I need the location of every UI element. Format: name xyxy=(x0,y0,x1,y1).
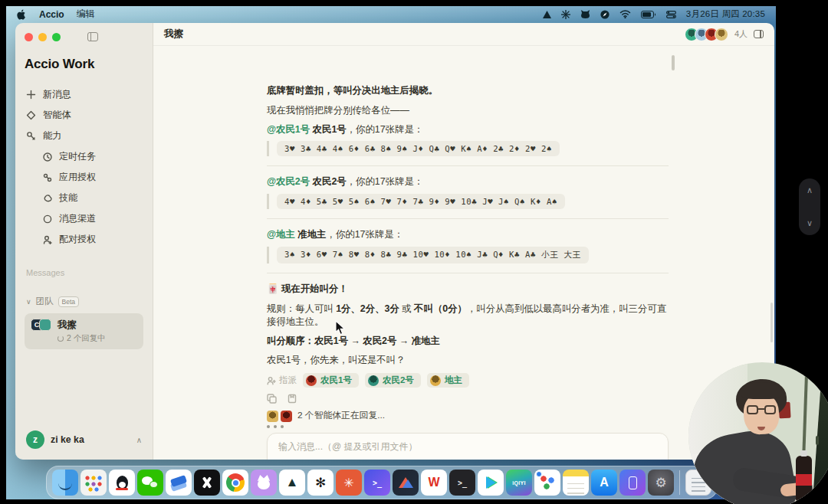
sidebar-item-agents[interactable]: 智能体 xyxy=(25,105,143,126)
chip-farmer1[interactable]: 农民1号 xyxy=(303,373,359,388)
dock-tencent-video-icon[interactable] xyxy=(478,470,504,496)
scroll-control[interactable]: ∧ ∨ xyxy=(799,178,820,235)
scroll-down-icon[interactable]: ∨ xyxy=(807,219,813,227)
menubar-datetime[interactable]: 3月26日 周四 20:35 xyxy=(686,8,765,20)
bookmark-icon[interactable] xyxy=(288,394,297,404)
conversation-item[interactable]: C 我擦 2 个回复中 xyxy=(25,313,143,349)
close-button[interactable] xyxy=(25,33,33,41)
copy-icon[interactable] xyxy=(267,394,277,404)
team-section-toggle[interactable]: ∨ 团队 Beta xyxy=(25,296,143,307)
chat-title: 我擦 xyxy=(164,28,183,41)
sidebar: Accio Work 新消息 智能体 能力 定时任务 xyxy=(15,23,153,460)
clock-icon xyxy=(43,152,52,162)
plus-icon xyxy=(26,90,36,100)
menubar-app-name[interactable]: Accio xyxy=(39,9,64,20)
control-center-icon[interactable] xyxy=(666,11,676,18)
sidebar-toggle-icon[interactable] xyxy=(87,32,98,41)
sidebar-item-pairing-authorization[interactable]: 配对授权 xyxy=(25,229,143,250)
divider xyxy=(267,218,669,219)
key-icon xyxy=(26,131,36,141)
chip-farmer2[interactable]: 农民2号 xyxy=(365,373,421,388)
sidebar-item-skills[interactable]: 技能 xyxy=(25,188,143,208)
dock-warp-terminal-icon[interactable]: >_ xyxy=(364,470,390,496)
dock-notes-icon[interactable] xyxy=(563,470,589,496)
dock-cat-app-icon[interactable] xyxy=(251,470,277,496)
card-hand-landlord: 3♠ 3♦ 6♥ 7♠ 8♥ 8♦ 8♣ 9♣ 10♥ 10♦ 10♠ J♣ Q… xyxy=(267,247,669,263)
dock-divider xyxy=(679,470,680,495)
assign-label[interactable]: 指派 xyxy=(267,375,297,386)
message-stream: 底牌暂时盖扣，等叫分决出地主后揭晓。 现在我悄悄把牌分别传给各位—— @农民1号… xyxy=(267,46,669,460)
avatar xyxy=(715,28,728,41)
diamond-icon xyxy=(26,110,36,120)
dock-launchpad-icon[interactable] xyxy=(80,470,107,496)
dock-terminal-icon[interactable]: >_ xyxy=(449,470,475,496)
typing-indicator: 2 个智能体正在回复... xyxy=(267,410,669,422)
dock-wps-office-icon[interactable]: W xyxy=(421,470,447,496)
dock-capcut-icon[interactable] xyxy=(194,470,220,496)
user-account-row[interactable]: z zi ke ka ∧ xyxy=(25,427,143,452)
dock-iphone-mirroring-icon[interactable] xyxy=(619,470,646,496)
window-scrollbar-thumb[interactable] xyxy=(770,303,773,342)
mention-farmer2[interactable]: @农民2号 xyxy=(267,176,310,187)
zoom-button[interactable] xyxy=(52,33,61,41)
minimize-button[interactable] xyxy=(38,33,47,41)
conversation-title: 我擦 xyxy=(58,319,106,332)
sidebar-item-new-message[interactable]: 新消息 xyxy=(25,84,143,105)
bidding-order: 叫分顺序：农民1号 → 农民2号 → 准地主 xyxy=(267,335,669,348)
accio-window: Accio Work 新消息 智能体 能力 定时任务 xyxy=(15,23,774,460)
dock-system-settings-icon[interactable]: ⚙ xyxy=(648,470,674,496)
avatar xyxy=(368,375,379,386)
message-actions xyxy=(267,394,669,404)
member-avatars[interactable] xyxy=(685,28,728,41)
dock-finder-icon[interactable] xyxy=(52,470,78,496)
message-input[interactable] xyxy=(278,441,646,452)
dock-qq-icon[interactable] xyxy=(109,470,135,496)
badge xyxy=(536,471,542,477)
dock-iqiyi-icon[interactable]: iQIYI xyxy=(506,470,532,496)
typing-dots xyxy=(267,425,669,428)
chat-scrollbar-thumb[interactable] xyxy=(672,55,675,70)
triangle-icon[interactable] xyxy=(543,11,551,18)
message-text: @农民2号 农民2号，你的17张牌是： xyxy=(267,175,669,188)
chevron-up-icon: ∧ xyxy=(136,436,142,444)
details-panel-icon[interactable] xyxy=(754,30,764,38)
card-list: 3♠ 3♦ 6♥ 7♠ 8♥ 8♦ 8♣ 9♣ 10♥ 10♦ 10♠ J♣ Q… xyxy=(277,247,589,263)
card-list: 4♥ 4♦ 5♣ 5♥ 5♠ 6♠ 7♥ 7♦ 7♣ 9♦ 9♥ 10♣ J♥ … xyxy=(277,194,565,209)
webcam-overlay xyxy=(688,362,828,504)
dock-starburst-app-icon[interactable]: ✳ xyxy=(336,470,362,496)
dock-app-store-icon[interactable]: A xyxy=(591,470,617,496)
sidebar-item-capabilities[interactable]: 能力 xyxy=(25,126,143,146)
sidebar-item-message-channels[interactable]: 消息渠道 xyxy=(25,208,143,229)
dock-cloud-drive-icon[interactable] xyxy=(166,470,192,496)
chip-landlord[interactable]: 地主 xyxy=(427,373,469,388)
dock-mountain-app-icon[interactable] xyxy=(393,470,419,496)
scroll-up-icon[interactable]: ∧ xyxy=(807,186,813,195)
wifi-icon[interactable] xyxy=(619,10,631,18)
mention-farmer1[interactable]: @农民1号 xyxy=(267,124,310,135)
user-name: zi ke ka xyxy=(51,434,84,445)
dock-triangle-app-icon[interactable]: ▲ xyxy=(279,470,305,496)
dock-molecule-app-icon[interactable] xyxy=(534,470,560,496)
sidebar-item-scheduled-tasks[interactable]: 定时任务 xyxy=(25,146,143,167)
dock-wechat-icon[interactable] xyxy=(137,470,163,496)
dock: ▲ ✻ ✳ >_ W >_ iQIYI A ⚙ xyxy=(46,466,718,499)
sidebar-item-app-authorization[interactable]: 应用授权 xyxy=(25,167,143,188)
dock-chatgpt-icon[interactable]: ✻ xyxy=(307,470,334,496)
menubar-menu-edit[interactable]: 编辑 xyxy=(77,8,95,21)
app-logo: Accio Work xyxy=(25,57,143,72)
starburst-icon[interactable] xyxy=(561,10,570,19)
messages-section-label: Messages xyxy=(25,268,143,277)
plug-icon xyxy=(43,173,52,182)
compass-icon[interactable] xyxy=(600,10,610,19)
card-list: 3♥ 3♣ 4♣ 4♠ 6♦ 6♣ 8♠ 9♠ J♦ Q♣ Q♥ K♠ A♦ 2… xyxy=(277,141,560,156)
assign-person-icon xyxy=(267,376,276,385)
apple-icon[interactable] xyxy=(17,9,27,20)
cat-icon[interactable] xyxy=(580,10,590,18)
channel-icon xyxy=(43,214,52,224)
menu-bar: Accio 编辑 3月26日 周四 20:35 xyxy=(6,6,776,22)
battery-icon[interactable] xyxy=(641,11,656,18)
mention-landlord[interactable]: @地主 xyxy=(267,229,295,240)
card-hand-farmer1: 3♥ 3♣ 4♣ 4♠ 6♦ 6♣ 8♠ 9♠ J♦ Q♣ Q♥ K♠ A♦ 2… xyxy=(267,141,669,156)
dock-chrome-icon[interactable] xyxy=(222,470,248,496)
avatar xyxy=(430,375,441,386)
